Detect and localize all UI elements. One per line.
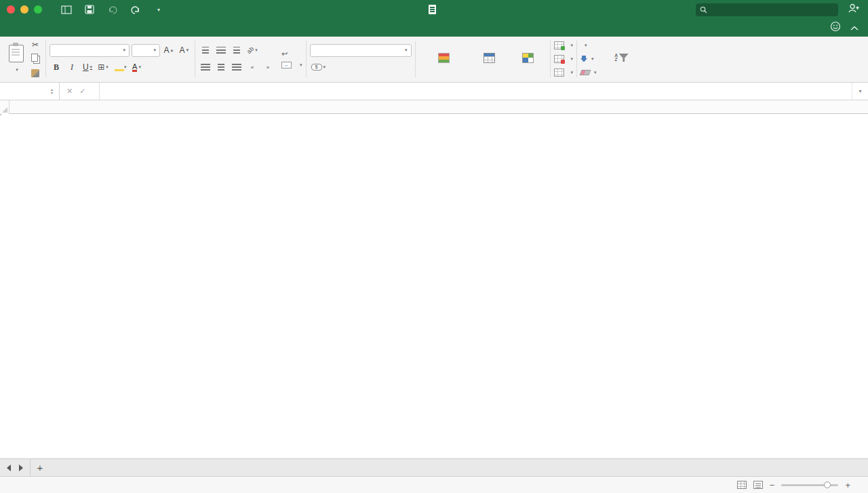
number-format-select[interactable]: ▾ <box>310 44 412 57</box>
align-right-button[interactable] <box>230 60 243 74</box>
zoom-in-button[interactable]: + <box>845 480 850 490</box>
formula-bar: ▲▼ ✕ ✓ ▾ <box>0 83 868 100</box>
format-painter-button[interactable] <box>28 66 42 80</box>
toolbar-options-icon[interactable]: ▾ <box>152 3 165 16</box>
delete-cells-button[interactable]: ▾ <box>554 53 574 65</box>
font-group: ▾ ▾ A▲ A▼ B I U▾ ⊞▾ ▾ A▾ <box>46 38 195 80</box>
align-top-icon <box>202 47 209 54</box>
cell-styles-button[interactable] <box>510 52 547 66</box>
align-middle-button[interactable] <box>214 43 228 57</box>
font-name-select[interactable]: ▾ <box>50 44 130 57</box>
embedded-chart[interactable] <box>0 114 1 115</box>
save-icon[interactable] <box>83 3 96 16</box>
minimize-window-button[interactable] <box>20 5 28 14</box>
bold-button[interactable]: B <box>50 60 63 74</box>
autosum-button[interactable]: ▾ <box>580 39 587 52</box>
merge-center-button[interactable]: ↔▾ <box>281 62 302 68</box>
fill-button[interactable]: ▾ <box>580 53 594 65</box>
titlebar: ▾ <box>0 0 868 19</box>
window-controls <box>7 5 42 14</box>
borders-icon: ⊞ <box>98 62 104 72</box>
align-left-icon <box>201 64 210 71</box>
copy-icon <box>31 54 38 62</box>
feedback-smiley-icon[interactable] <box>830 21 841 35</box>
sort-filter-button[interactable]: AZ <box>604 53 640 64</box>
eraser-icon <box>580 70 591 75</box>
paste-button[interactable]: ▾ <box>6 44 26 73</box>
collapse-ribbon-icon[interactable] <box>850 22 859 34</box>
align-center-button[interactable] <box>214 60 228 74</box>
paste-icon <box>9 45 24 62</box>
conditional-formatting-button[interactable] <box>419 52 469 66</box>
zoom-slider-thumb[interactable] <box>824 481 831 488</box>
cut-button[interactable]: ✂ <box>28 38 42 52</box>
search-sheet-input[interactable] <box>711 5 834 14</box>
cell-styles-icon <box>522 53 534 63</box>
insert-cells-icon <box>554 41 564 50</box>
name-box[interactable]: ▲▼ <box>0 83 60 100</box>
copy-button[interactable] <box>28 52 42 66</box>
orientation-button[interactable]: ab▾ <box>245 43 259 57</box>
percent-style-button[interactable] <box>329 60 342 74</box>
align-right-icon <box>232 64 241 71</box>
font-size-select[interactable]: ▾ <box>132 44 160 57</box>
redo-icon[interactable] <box>129 3 142 16</box>
increase-decimal-button[interactable] <box>360 60 374 74</box>
wrap-text-icon: ↩ <box>281 50 288 58</box>
undo-icon[interactable] <box>106 3 119 16</box>
underline-button[interactable]: U▾ <box>81 60 94 74</box>
accounting-format-button[interactable]: $▾ <box>310 60 328 74</box>
zoom-slider[interactable] <box>781 484 838 486</box>
decrease-decimal-button[interactable] <box>376 60 389 74</box>
format-cells-icon <box>554 68 564 77</box>
fill-down-icon <box>580 56 587 62</box>
font-color-button[interactable]: A▾ <box>130 60 144 74</box>
alignment-group: ab▾ « » <box>195 38 278 80</box>
zoom-out-button[interactable]: − <box>770 480 775 490</box>
delete-cells-icon <box>554 55 564 63</box>
sort-filter-group: AZ <box>600 38 644 80</box>
add-sheet-button[interactable]: + <box>31 459 50 476</box>
grow-font-button[interactable]: A▲ <box>162 43 176 57</box>
close-window-button[interactable] <box>7 5 15 14</box>
borders-button[interactable]: ⊞▾ <box>96 60 110 74</box>
column-headers <box>0 100 868 114</box>
confirm-formula-icon[interactable]: ✓ <box>79 87 85 96</box>
format-as-table-button[interactable] <box>471 52 508 66</box>
page-layout-view-icon[interactable] <box>753 481 763 489</box>
formula-input[interactable] <box>100 83 852 100</box>
format-as-table-icon <box>484 53 495 63</box>
search-icon <box>700 6 707 14</box>
format-cells-button[interactable]: ▾ <box>554 66 574 79</box>
search-box[interactable] <box>696 3 838 16</box>
select-all-corner[interactable] <box>0 100 9 114</box>
align-left-button[interactable] <box>199 60 212 74</box>
editing-group: ▾ ▾ ▾ <box>577 38 600 80</box>
orientation-icon: ab <box>245 45 255 55</box>
toggle-view-icon[interactable] <box>60 3 73 16</box>
increase-indent-button[interactable]: » <box>261 60 275 74</box>
cells-group: ▾ ▾ ▾ <box>551 38 577 80</box>
align-bottom-button[interactable] <box>230 43 243 57</box>
clipboard-group: ▾ ✂ <box>3 38 45 80</box>
scroll-tabs-right-icon[interactable] <box>19 465 23 471</box>
formula-bar-expand-icon[interactable]: ▾ <box>852 83 868 100</box>
wrap-text-button[interactable]: ↩ <box>281 50 291 58</box>
zoom-window-button[interactable] <box>34 5 42 14</box>
sheet-grid[interactable] <box>0 114 868 458</box>
scroll-tabs-left-icon[interactable] <box>7 465 11 471</box>
conditional-formatting-icon <box>438 53 450 63</box>
clear-button[interactable]: ▾ <box>580 66 597 79</box>
shrink-font-button[interactable]: A▼ <box>178 43 191 57</box>
italic-button[interactable]: I <box>65 60 79 74</box>
insert-cells-button[interactable]: ▾ <box>554 39 574 52</box>
cancel-formula-icon[interactable]: ✕ <box>66 87 73 96</box>
normal-view-icon[interactable] <box>737 481 747 489</box>
comma-style-button[interactable] <box>344 60 358 74</box>
decrease-indent-button[interactable]: « <box>245 60 259 74</box>
styles-group <box>416 38 550 80</box>
align-bottom-icon <box>233 47 240 54</box>
align-top-button[interactable] <box>199 43 212 57</box>
fill-color-button[interactable]: ▾ <box>112 60 128 74</box>
share-icon[interactable] <box>848 3 860 16</box>
